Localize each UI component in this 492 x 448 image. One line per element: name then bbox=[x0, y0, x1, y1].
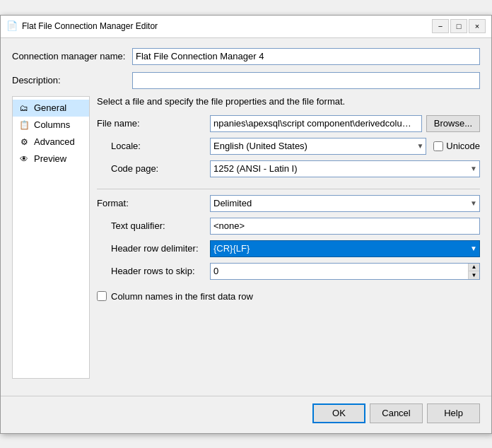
sidebar-item-general-label: General bbox=[34, 102, 66, 113]
sidebar-item-columns-label: Columns bbox=[34, 119, 70, 130]
maximize-button[interactable]: □ bbox=[450, 19, 467, 33]
minimize-button[interactable]: − bbox=[432, 19, 449, 33]
code-page-select[interactable]: 1252 (ANSI - Latin I) 65001 (UTF-8) 1200… bbox=[210, 160, 480, 177]
connection-manager-name-input[interactable] bbox=[132, 48, 480, 65]
browse-button[interactable]: Browse... bbox=[426, 115, 480, 132]
title-bar: 📄 Flat File Connection Manager Editor − … bbox=[1, 16, 491, 38]
file-name-row: File name: Browse... bbox=[97, 115, 480, 132]
locale-select[interactable]: English (United States) French (France) … bbox=[210, 138, 426, 155]
help-button[interactable]: Help bbox=[427, 403, 480, 423]
description-input[interactable] bbox=[132, 72, 480, 89]
sidebar-item-advanced[interactable]: ⚙ Advanced bbox=[13, 134, 89, 151]
text-qualifier-input[interactable] bbox=[210, 218, 480, 235]
description-row: Description: bbox=[12, 72, 480, 89]
advanced-icon: ⚙ bbox=[18, 136, 30, 148]
column-names-row: Column names in the first data row bbox=[97, 291, 480, 302]
connection-manager-name-label: Connection manager name: bbox=[12, 51, 132, 61]
header-row-delimiter-select-wrapper: {CR}{LF} {CR} {LF} Semicolon {;} ▼ bbox=[210, 240, 480, 257]
general-icon: 🗂 bbox=[18, 102, 30, 114]
locale-row: Locale: English (United States) French (… bbox=[97, 138, 480, 155]
header-row-delimiter-row: Header row delimiter: {CR}{LF} {CR} {LF}… bbox=[97, 240, 480, 257]
sidebar-item-preview[interactable]: 👁 Preview bbox=[13, 151, 89, 167]
connection-manager-name-row: Connection manager name: bbox=[12, 48, 480, 65]
file-name-input[interactable] bbox=[210, 115, 422, 132]
code-page-label: Code page: bbox=[97, 163, 210, 174]
unicode-checkbox-container: Unicode bbox=[433, 141, 480, 151]
locale-label: Locale: bbox=[97, 141, 210, 151]
header-rows-skip-input[interactable] bbox=[211, 264, 468, 279]
spin-down-button[interactable]: ▼ bbox=[469, 271, 479, 279]
format-select-wrapper: Delimited Fixed width Ragged right ▼ bbox=[210, 195, 480, 212]
text-qualifier-row: Text qualifier: bbox=[97, 218, 480, 235]
column-names-label: Column names in the first data row bbox=[111, 291, 253, 302]
preview-icon: 👁 bbox=[18, 153, 30, 165]
close-button[interactable]: × bbox=[469, 19, 486, 33]
spinbox-buttons: ▲ ▼ bbox=[468, 264, 479, 279]
main-window: 📄 Flat File Connection Manager Editor − … bbox=[0, 15, 492, 434]
format-row: Format: Delimited Fixed width Ragged rig… bbox=[97, 195, 480, 212]
header-rows-skip-label: Header rows to skip: bbox=[97, 266, 210, 276]
spin-up-button[interactable]: ▲ bbox=[469, 264, 479, 271]
title-bar-left: 📄 Flat File Connection Manager Editor bbox=[6, 20, 158, 32]
header-row-delimiter-label: Header row delimiter: bbox=[97, 243, 210, 254]
sidebar-item-general[interactable]: 🗂 General bbox=[13, 100, 89, 117]
unicode-label: Unicode bbox=[446, 141, 480, 151]
code-page-row: Code page: 1252 (ANSI - Latin I) 65001 (… bbox=[97, 160, 480, 177]
ok-button[interactable]: OK bbox=[312, 403, 365, 423]
main-body: 🗂 General 📋 Columns ⚙ Advanced 👁 Preview bbox=[12, 96, 480, 379]
cancel-button[interactable]: Cancel bbox=[370, 403, 423, 423]
text-qualifier-label: Text qualifier: bbox=[97, 220, 210, 231]
title-bar-buttons: − □ × bbox=[432, 19, 486, 33]
format-select[interactable]: Delimited Fixed width Ragged right bbox=[210, 195, 480, 212]
locale-select-wrapper: English (United States) French (France) … bbox=[210, 138, 426, 155]
file-name-label: File name: bbox=[97, 118, 210, 129]
window-icon: 📄 bbox=[6, 20, 18, 32]
right-panel: Select a file and specify the file prope… bbox=[97, 96, 480, 379]
sidebar: 🗂 General 📋 Columns ⚙ Advanced 👁 Preview bbox=[12, 96, 90, 379]
column-names-checkbox[interactable] bbox=[97, 291, 107, 301]
divider-1 bbox=[97, 189, 480, 189]
sidebar-item-columns[interactable]: 📋 Columns bbox=[13, 117, 89, 134]
sidebar-item-preview-label: Preview bbox=[34, 153, 66, 164]
format-label: Format: bbox=[97, 198, 210, 208]
header-row-delimiter-select[interactable]: {CR}{LF} {CR} {LF} Semicolon {;} bbox=[210, 240, 480, 257]
unicode-checkbox[interactable] bbox=[433, 141, 443, 151]
window-title: Flat File Connection Manager Editor bbox=[22, 21, 158, 31]
code-page-select-wrapper: 1252 (ANSI - Latin I) 65001 (UTF-8) 1200… bbox=[210, 160, 480, 177]
footer: OK Cancel Help bbox=[1, 396, 491, 433]
sidebar-item-advanced-label: Advanced bbox=[34, 136, 75, 147]
content-area: Connection manager name: Description: 🗂 … bbox=[1, 38, 491, 389]
panel-description: Select a file and specify the file prope… bbox=[97, 96, 480, 107]
header-rows-skip-spinbox: ▲ ▼ bbox=[210, 263, 480, 280]
columns-icon: 📋 bbox=[18, 119, 30, 131]
header-rows-skip-row: Header rows to skip: ▲ ▼ bbox=[97, 263, 480, 280]
description-label: Description: bbox=[12, 75, 132, 86]
